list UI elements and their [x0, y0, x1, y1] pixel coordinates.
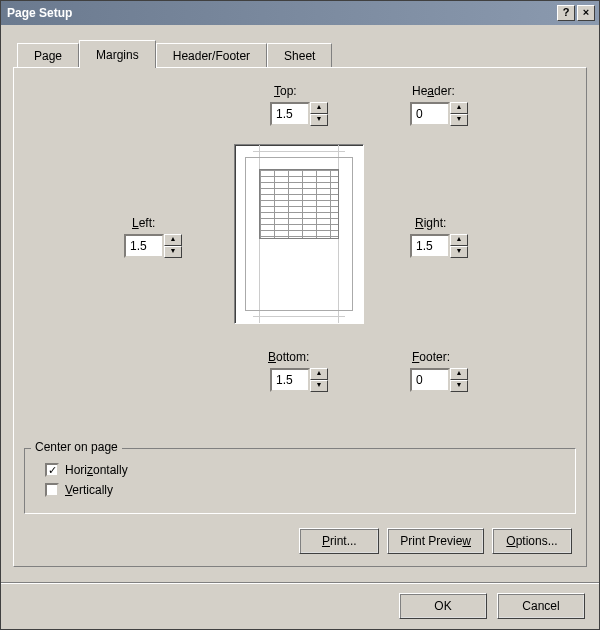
left-input[interactable] [124, 234, 164, 258]
panel-buttons: Print... Print Preview Options... [24, 528, 576, 554]
titlebar-buttons: ? × [557, 5, 595, 21]
footer-spin-down[interactable]: ▼ [450, 380, 468, 392]
print-preview-button[interactable]: Print Preview [387, 528, 484, 554]
titlebar: Page Setup ? × [1, 1, 599, 25]
right-spin-down[interactable]: ▼ [450, 246, 468, 258]
help-button[interactable]: ? [557, 5, 575, 21]
right-label: Right: [415, 216, 446, 230]
header-input[interactable] [410, 102, 450, 126]
footer-spinner: ▲ ▼ [410, 368, 468, 392]
preview-header-line [253, 151, 345, 152]
ok-button[interactable]: OK [399, 593, 487, 619]
footer-input[interactable] [410, 368, 450, 392]
bottom-spin-down[interactable]: ▼ [310, 380, 328, 392]
center-on-page-group: Center on page ✓ Horizontally Vertically [24, 448, 576, 514]
right-spin-up[interactable]: ▲ [450, 234, 468, 246]
dialog-buttons: OK Cancel [1, 582, 599, 629]
header-label: HeAder: [412, 84, 455, 98]
left-spin-down[interactable]: ▼ [164, 246, 182, 258]
horizontally-row[interactable]: ✓ Horizontally [45, 463, 563, 477]
right-input[interactable] [410, 234, 450, 258]
top-input[interactable] [270, 102, 310, 126]
page-preview [234, 144, 364, 324]
print-button[interactable]: Print... [299, 528, 379, 554]
tab-sheet[interactable]: Sheet [267, 43, 332, 67]
cancel-button[interactable]: Cancel [497, 593, 585, 619]
preview-footer-line [253, 316, 345, 317]
left-label: Left: [132, 216, 155, 230]
header-spinner: ▲ ▼ [410, 102, 468, 126]
right-spinner: ▲ ▼ [410, 234, 468, 258]
preview-content-grid [259, 169, 339, 239]
left-spin-up[interactable]: ▲ [164, 234, 182, 246]
horizontally-checkbox[interactable]: ✓ [45, 463, 59, 477]
page-setup-dialog: Page Setup ? × Page Margins Header/Foote… [0, 0, 600, 630]
left-spinner: ▲ ▼ [124, 234, 182, 258]
tab-margins[interactable]: Margins [79, 40, 156, 68]
header-spin-down[interactable]: ▼ [450, 114, 468, 126]
bottom-spin-up[interactable]: ▲ [310, 368, 328, 380]
top-spin-down[interactable]: ▼ [310, 114, 328, 126]
tab-page[interactable]: Page [17, 43, 79, 67]
window-title: Page Setup [7, 6, 557, 20]
horizontally-label: Horizontally [65, 463, 128, 477]
tabstrip: Page Margins Header/Footer Sheet [17, 41, 587, 67]
top-label: Top: [274, 84, 297, 98]
top-spinner: ▲ ▼ [270, 102, 328, 126]
footer-label: Footer: [412, 350, 450, 364]
options-button[interactable]: Options... [492, 528, 572, 554]
close-button[interactable]: × [577, 5, 595, 21]
vertically-checkbox[interactable] [45, 483, 59, 497]
center-on-page-legend: Center on page [31, 440, 122, 454]
dialog-content: Page Margins Header/Footer Sheet Top: ▲ … [1, 25, 599, 582]
bottom-input[interactable] [270, 368, 310, 392]
header-spin-up[interactable]: ▲ [450, 102, 468, 114]
margins-panel: Top: ▲ ▼ HeAder: ▲ ▼ [13, 67, 587, 567]
top-spin-up[interactable]: ▲ [310, 102, 328, 114]
margin-area: Top: ▲ ▼ HeAder: ▲ ▼ [24, 78, 576, 438]
vertically-label: Vertically [65, 483, 113, 497]
footer-spin-up[interactable]: ▲ [450, 368, 468, 380]
vertically-row[interactable]: Vertically [45, 483, 563, 497]
bottom-label: Bottom: [268, 350, 309, 364]
tab-header-footer[interactable]: Header/Footer [156, 43, 267, 67]
bottom-spinner: ▲ ▼ [270, 368, 328, 392]
